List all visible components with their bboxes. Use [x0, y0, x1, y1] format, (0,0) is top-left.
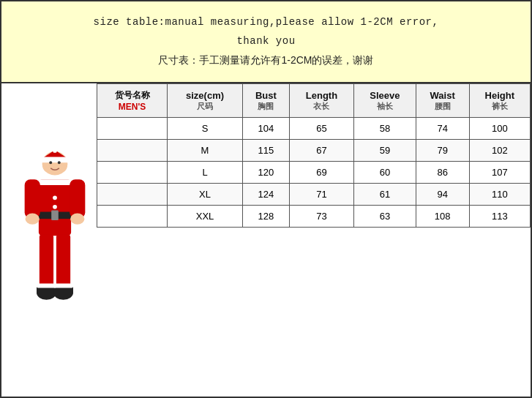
row-size: M — [168, 140, 243, 162]
col-header-height: Height 裤长 — [469, 84, 530, 118]
row-height: 102 — [469, 140, 530, 162]
row-size: XL — [168, 184, 243, 206]
notice-en-line1: size table:manual measuring,please allow… — [23, 16, 509, 28]
svg-rect-13 — [70, 179, 85, 218]
notice-cn: 尺寸表：手工测量请允许有1-2CM的误差，谢谢 — [23, 54, 509, 67]
svg-rect-17 — [56, 234, 70, 290]
svg-rect-23 — [53, 284, 73, 288]
row-bust: 104 — [242, 118, 289, 140]
notice-section: size table:manual measuring,please allow… — [1, 1, 531, 83]
notice-en-line2: thank you — [23, 35, 509, 47]
svg-point-4 — [49, 161, 52, 164]
row-empty — [97, 184, 168, 206]
row-bust: 124 — [242, 184, 289, 206]
table-row: S104655874100 — [97, 118, 531, 140]
row-empty — [97, 206, 168, 228]
row-height: 100 — [469, 118, 530, 140]
row-size: S — [168, 118, 243, 140]
row-bust: 120 — [242, 162, 289, 184]
svg-point-14 — [26, 213, 40, 224]
col-header-length: Length 衣长 — [289, 84, 353, 118]
col-header-name: 货号名称 MEN'S — [97, 84, 168, 118]
row-sleeve: 63 — [354, 206, 416, 228]
model-image — [7, 83, 102, 397]
row-size: XXL — [168, 206, 243, 228]
row-sleeve: 58 — [354, 118, 416, 140]
row-bust: 128 — [242, 206, 289, 228]
row-empty — [97, 140, 168, 162]
table-row: XL124716194110 — [97, 184, 531, 206]
col-header-waist: Waist 腰围 — [416, 84, 469, 118]
row-waist: 86 — [416, 162, 469, 184]
svg-rect-16 — [40, 234, 53, 290]
row-waist: 74 — [416, 118, 469, 140]
svg-rect-2 — [41, 157, 69, 163]
svg-point-11 — [53, 205, 57, 209]
row-height: 113 — [469, 206, 530, 228]
col-header-sleeve: Sleeve 袖长 — [354, 84, 416, 118]
svg-rect-22 — [37, 284, 56, 288]
row-waist: 108 — [416, 206, 469, 228]
row-sleeve: 59 — [354, 140, 416, 162]
table-row: L120696086107 — [97, 162, 531, 184]
row-length: 67 — [289, 140, 353, 162]
table-row: XXL1287363108113 — [97, 206, 531, 228]
svg-rect-9 — [39, 179, 71, 185]
row-height: 110 — [469, 184, 530, 206]
row-empty — [97, 162, 168, 184]
svg-rect-8 — [51, 211, 59, 220]
row-height: 107 — [469, 162, 530, 184]
row-size: L — [168, 162, 243, 184]
row-waist: 94 — [416, 184, 469, 206]
row-bust: 115 — [242, 140, 289, 162]
col-header-bust: Bust 胸围 — [242, 84, 289, 118]
svg-point-15 — [70, 213, 84, 224]
size-table: 货号名称 MEN'S size(cm) 尺码 Bust 胸围 Length — [97, 83, 531, 228]
row-sleeve: 60 — [354, 162, 416, 184]
row-sleeve: 61 — [354, 184, 416, 206]
row-empty — [97, 118, 168, 140]
row-waist: 79 — [416, 140, 469, 162]
row-length: 65 — [289, 118, 353, 140]
svg-point-5 — [58, 161, 61, 164]
table-section: 货号名称 MEN'S size(cm) 尺码 Bust 胸围 Length — [1, 83, 531, 397]
table-row: M115675979102 — [97, 140, 531, 162]
row-length: 69 — [289, 162, 353, 184]
svg-point-10 — [53, 195, 57, 200]
svg-rect-12 — [25, 179, 40, 218]
row-length: 73 — [289, 206, 353, 228]
row-length: 71 — [289, 184, 353, 206]
col-header-size: size(cm) 尺码 — [168, 84, 243, 118]
svg-point-3 — [53, 149, 57, 153]
main-container: size table:manual measuring,please allow… — [0, 0, 532, 398]
